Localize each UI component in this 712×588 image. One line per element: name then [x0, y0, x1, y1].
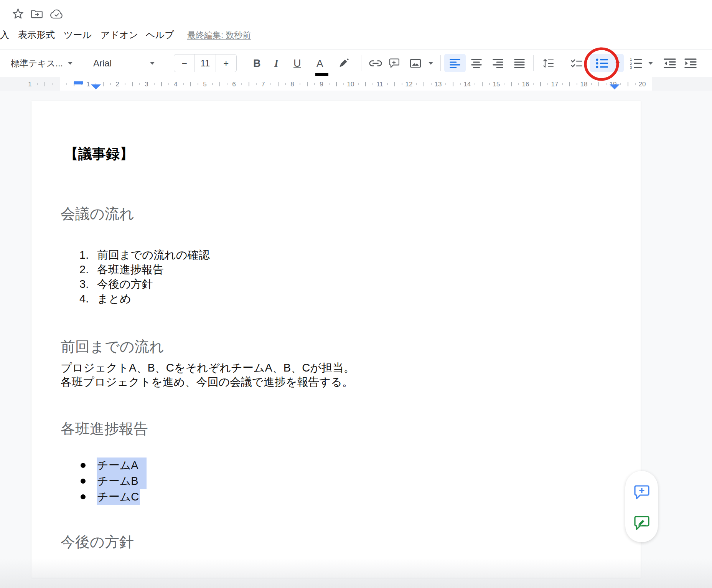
- svg-text:2: 2: [630, 61, 632, 65]
- ruler-tick: [562, 83, 563, 85]
- increase-indent-button[interactable]: [684, 58, 697, 68]
- ruler-tick: [372, 83, 373, 85]
- ruler-tick: [387, 83, 388, 85]
- paragraph-style-value: 標準テキス...: [11, 57, 63, 69]
- bulleted-list-caret-icon[interactable]: [615, 62, 620, 64]
- font-family-dropdown[interactable]: Arial: [93, 58, 112, 69]
- insert-image-button[interactable]: [410, 58, 421, 68]
- ruler-tick: [475, 83, 475, 85]
- align-justify-button[interactable]: [514, 58, 525, 68]
- paragraph-style-caret-icon[interactable]: [68, 62, 73, 64]
- insert-link-button[interactable]: [368, 59, 383, 68]
- decrease-indent-button[interactable]: [664, 58, 676, 68]
- toolbar-separator: [706, 55, 706, 71]
- checklist-button[interactable]: [570, 58, 583, 68]
- underline-button[interactable]: U: [293, 57, 301, 69]
- bullet-item[interactable]: チームB: [31, 473, 262, 489]
- ruler-tick: [518, 83, 519, 85]
- decrease-font-button[interactable]: −: [174, 55, 194, 72]
- numbered-list-button[interactable]: 1 2 3: [629, 58, 642, 69]
- cloud-saved-icon[interactable]: [50, 9, 63, 21]
- last-edit-link[interactable]: 最終編集: 数秒前: [187, 28, 251, 42]
- ruler-tick: [569, 82, 570, 86]
- heading-progress[interactable]: 各班進捗報告: [61, 421, 148, 438]
- ruler-tick: [212, 83, 213, 85]
- ruler-tick: [183, 83, 184, 85]
- left-indent-marker[interactable]: [91, 84, 101, 89]
- ruler-number: 15: [493, 77, 500, 91]
- ruler-tick: [44, 82, 45, 86]
- doc-title[interactable]: 【議事録】: [64, 147, 134, 161]
- ruler-tick: [270, 83, 271, 85]
- side-add-comment-button[interactable]: [633, 482, 651, 501]
- document-page[interactable]: 【議事録】 会議の流れ 1.前回までの流れの確認 2.各班進捗報告 3.今後の方…: [31, 101, 641, 578]
- font-family-caret-icon[interactable]: [150, 62, 155, 64]
- ruler-tick: [533, 83, 534, 85]
- heading-previous[interactable]: 前回までの流れ: [61, 339, 164, 355]
- right-indent-marker[interactable]: [610, 84, 620, 89]
- ruler-tick: [343, 83, 344, 85]
- font-size-value[interactable]: 11: [194, 55, 215, 72]
- ruler-tick: [103, 82, 104, 86]
- list-text: まとめ: [97, 292, 131, 305]
- agenda-item[interactable]: 3.今後の方針: [79, 277, 153, 291]
- agenda-item[interactable]: 1.前回までの流れの確認: [79, 248, 209, 262]
- heading-agenda[interactable]: 会議の流れ: [61, 206, 134, 223]
- ruler-number: 6: [230, 77, 238, 91]
- agenda-item[interactable]: 2.各班進捗報告: [79, 262, 164, 277]
- ruler-tick: [489, 83, 490, 85]
- paragraph-line[interactable]: プロジェクトA、B、CをそれぞれチームA、B、Cが担当。: [61, 361, 355, 375]
- folder-move-icon[interactable]: [31, 8, 43, 21]
- ruler-tick: [591, 83, 592, 85]
- bulleted-list-icon: [595, 58, 608, 69]
- bold-button[interactable]: B: [253, 57, 261, 69]
- image-icon: [410, 58, 421, 68]
- list-number: 1.: [79, 248, 97, 262]
- ruler-number: 8: [288, 77, 296, 91]
- line-spacing-button[interactable]: [542, 58, 554, 69]
- ruler-number: 12: [405, 77, 413, 91]
- menu-item-help[interactable]: ヘルプ: [146, 28, 174, 42]
- align-right-button[interactable]: [493, 58, 503, 68]
- list-text: チームB: [97, 473, 138, 489]
- text-color-button[interactable]: A: [316, 57, 323, 69]
- bulleted-list-button[interactable]: [595, 58, 608, 69]
- agenda-item[interactable]: 4.まとめ: [79, 291, 131, 306]
- side-suggest-edit-button[interactable]: [633, 513, 651, 532]
- list-text: 今後の方針: [97, 278, 153, 290]
- italic-button[interactable]: I: [274, 57, 279, 69]
- ruler-tick: [635, 83, 636, 85]
- ruler-number: 16: [522, 77, 529, 91]
- line-spacing-icon: [542, 58, 554, 69]
- numbered-list-caret-icon[interactable]: [648, 62, 653, 64]
- align-center-icon: [471, 58, 482, 68]
- add-comment-button[interactable]: [389, 58, 400, 69]
- menu-item-insert-partial[interactable]: 入: [0, 28, 9, 42]
- menu-item-tools[interactable]: ツール: [64, 28, 92, 42]
- side-action-pill: [625, 471, 658, 542]
- ruler-number: 18: [580, 77, 588, 91]
- paragraph-line[interactable]: 各班プロジェクトを進め、今回の会議で進捗を報告する。: [61, 375, 353, 389]
- bullet-item[interactable]: チームA: [31, 458, 262, 473]
- ruler-tick: [329, 83, 330, 85]
- menu-item-format[interactable]: 表示形式: [18, 28, 55, 42]
- heading-next[interactable]: 今後の方針: [61, 534, 134, 551]
- ruler-scale: 11234567891011121314151617181920: [0, 77, 712, 91]
- align-left-button[interactable]: [450, 58, 460, 68]
- increase-font-button[interactable]: +: [216, 55, 236, 72]
- menu-item-addons[interactable]: アドオン: [101, 28, 138, 42]
- align-center-button[interactable]: [471, 58, 482, 68]
- insert-image-caret-icon[interactable]: [429, 62, 433, 64]
- ruler-tick: [300, 83, 300, 85]
- add-comment-icon: [389, 58, 400, 69]
- ruler-tick: [168, 83, 169, 85]
- first-line-indent-marker[interactable]: [74, 81, 83, 84]
- bullet-item[interactable]: チームC: [31, 489, 262, 505]
- highlight-color-button[interactable]: [338, 58, 349, 69]
- ruler-tick: [285, 83, 286, 85]
- list-number: 4.: [79, 291, 97, 306]
- ruler-number: 11: [376, 77, 384, 91]
- star-icon[interactable]: [12, 8, 24, 21]
- ruler-tick: [249, 82, 249, 86]
- paragraph-style-dropdown[interactable]: 標準テキス...: [11, 57, 63, 69]
